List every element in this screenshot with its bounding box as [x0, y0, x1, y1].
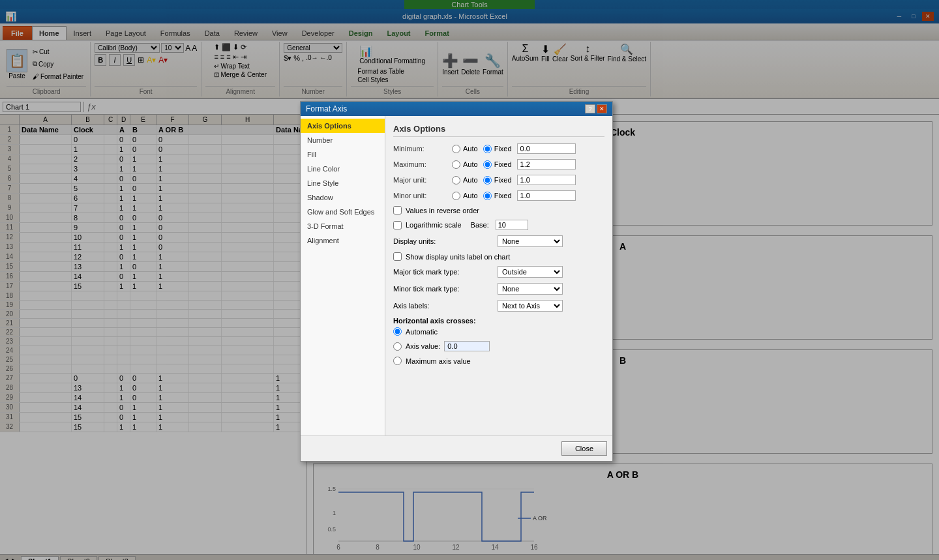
major-unit-row: Major unit: Auto Fixed — [393, 175, 604, 185]
values-reverse-label: Values in reverse order — [406, 207, 479, 214]
axis-value-input[interactable] — [444, 341, 490, 351]
major-auto-radio[interactable] — [452, 176, 460, 184]
sidebar-fill[interactable]: Fill — [301, 147, 385, 162]
minimum-fixed-label: Fixed — [494, 145, 512, 153]
max-axis-label: Maximum axis value — [406, 357, 471, 365]
major-fixed-label: Fixed — [494, 176, 512, 184]
base-input[interactable] — [496, 220, 528, 230]
automatic-label: Automatic — [406, 328, 438, 336]
maximum-value-input[interactable] — [517, 159, 576, 169]
dialog-close-x-button[interactable]: ✕ — [597, 104, 607, 113]
automatic-radio[interactable] — [393, 327, 402, 336]
maximum-fixed-label: Fixed — [494, 160, 512, 168]
log-scale-checkbox[interactable] — [393, 221, 402, 229]
minor-tick-row: Minor tick mark type: None Inside Outsid… — [393, 283, 604, 295]
display-units-row: Display units: None Hundreds Thousands M… — [393, 235, 604, 247]
log-scale-label: Logarithmic scale — [406, 221, 462, 229]
axis-labels-row: Axis labels: None Low High Next to Axis — [393, 300, 604, 312]
values-reverse-checkbox[interactable] — [393, 206, 402, 214]
section-title: Axis Options — [393, 124, 604, 137]
sidebar-glow-soft-edges[interactable]: Glow and Soft Edges — [301, 205, 385, 219]
dialog-footer: Close — [301, 435, 612, 461]
minor-unit-row: Minor unit: Auto Fixed — [393, 190, 604, 201]
minimum-value-input[interactable] — [517, 143, 576, 154]
sidebar-line-style[interactable]: Line Style — [301, 176, 385, 190]
display-units-select[interactable]: None Hundreds Thousands Millions — [498, 235, 563, 247]
maximum-auto-label: Auto — [463, 160, 478, 168]
maximum-auto-radio[interactable] — [452, 160, 460, 169]
maximum-auto-group: Auto — [452, 160, 478, 169]
automatic-radio-row: Automatic — [393, 327, 604, 336]
minimum-row: Minimum: Auto Fixed — [393, 143, 604, 154]
dialog-content-area: Axis Options Minimum: Auto Fixed — [385, 116, 612, 435]
close-dialog-button[interactable]: Close — [561, 441, 607, 456]
minor-unit-value-input[interactable] — [517, 190, 576, 201]
major-tick-row: Major tick mark type: None Inside Outsid… — [393, 266, 604, 278]
values-reverse-row: Values in reverse order — [393, 206, 604, 214]
major-unit-value-input[interactable] — [517, 175, 576, 185]
minimum-fixed-radio[interactable] — [483, 145, 492, 153]
minimum-auto-label: Auto — [463, 145, 478, 153]
minor-fixed-label: Fixed — [494, 192, 512, 199]
minimum-auto-radio[interactable] — [452, 145, 460, 153]
axis-labels-label: Axis labels: — [393, 302, 498, 310]
dialog-title-text: Format Axis — [306, 104, 347, 113]
minor-auto-radio[interactable] — [452, 192, 460, 200]
major-unit-label: Major unit: — [393, 176, 452, 184]
minor-auto-group: Auto — [452, 192, 478, 200]
minor-unit-label: Minor unit: — [393, 192, 452, 199]
major-fixed-group: Fixed — [483, 176, 512, 184]
show-label-checkbox[interactable] — [393, 252, 402, 261]
minor-fixed-group: Fixed — [483, 192, 512, 200]
max-axis-radio[interactable] — [393, 357, 402, 365]
maximum-fixed-radio[interactable] — [483, 160, 492, 169]
format-axis-dialog: Format Axis ? ✕ Axis Options Number Fill… — [300, 101, 613, 462]
minimum-fixed-group: Fixed — [483, 145, 512, 153]
minimum-auto-group: Auto — [452, 145, 478, 153]
major-tick-select[interactable]: None Inside Outside Cross — [498, 266, 563, 278]
minor-auto-label: Auto — [463, 192, 478, 199]
major-auto-group: Auto — [452, 176, 478, 184]
log-scale-row: Logarithmic scale Base: — [393, 220, 604, 230]
minor-fixed-radio[interactable] — [483, 192, 492, 200]
axis-value-label: Axis value: — [406, 342, 440, 350]
dialog-sidebar: Axis Options Number Fill Line Color Line… — [301, 116, 385, 435]
base-label: Base: — [471, 221, 489, 229]
axis-labels-select[interactable]: None Low High Next to Axis — [498, 300, 563, 312]
minor-tick-label: Minor tick mark type: — [393, 285, 498, 293]
major-fixed-radio[interactable] — [483, 176, 492, 184]
maximum-row: Maximum: Auto Fixed — [393, 159, 604, 169]
display-units-label: Display units: — [393, 237, 498, 245]
maximum-fixed-group: Fixed — [483, 160, 512, 169]
sidebar-axis-options[interactable]: Axis Options — [301, 119, 385, 133]
minimum-label: Minimum: — [393, 145, 452, 153]
haxis-section: Horizontal axis crosses: — [393, 317, 604, 325]
minor-tick-select[interactable]: None Inside Outside Cross — [498, 283, 563, 295]
sidebar-shadow[interactable]: Shadow — [301, 190, 385, 205]
sidebar-number[interactable]: Number — [301, 133, 385, 147]
axis-value-row: Axis value: — [393, 341, 604, 351]
sidebar-line-color[interactable]: Line Color — [301, 162, 385, 176]
major-tick-label: Major tick mark type: — [393, 268, 498, 276]
sidebar-alignment[interactable]: Alignment — [301, 233, 385, 248]
modal-overlay: Format Axis ? ✕ Axis Options Number Fill… — [0, 0, 939, 560]
max-axis-row: Maximum axis value — [393, 357, 604, 365]
axis-value-radio[interactable] — [393, 342, 402, 351]
dialog-help-button[interactable]: ? — [585, 104, 595, 113]
show-label-text: Show display units label on chart — [406, 253, 510, 261]
dialog-title-bar: Format Axis ? ✕ — [301, 102, 612, 116]
show-label-row: Show display units label on chart — [393, 252, 604, 261]
maximum-label: Maximum: — [393, 160, 452, 168]
major-auto-label: Auto — [463, 176, 478, 184]
sidebar-3d-format[interactable]: 3-D Format — [301, 219, 385, 233]
